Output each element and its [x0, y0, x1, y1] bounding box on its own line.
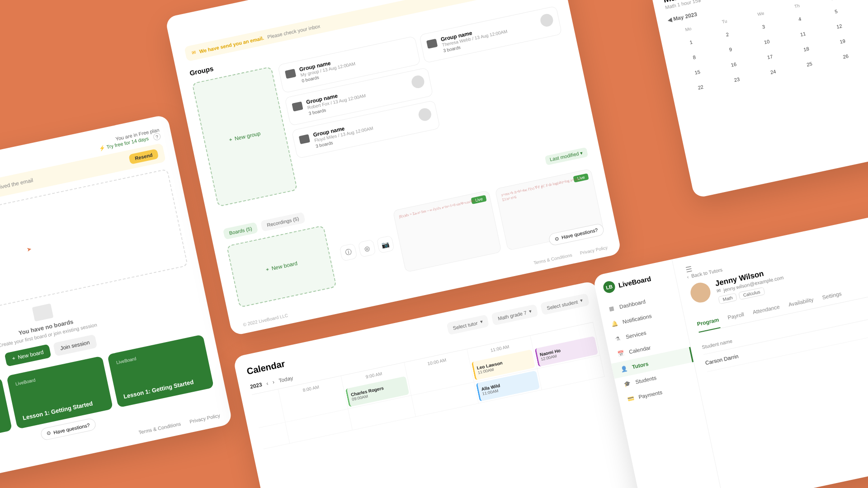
help-icon[interactable]: ? [153, 132, 161, 141]
lesson-card[interactable]: LiveBoard Lesson 1: Getting Started [107, 334, 214, 408]
folder-icon [426, 39, 438, 49]
today-button[interactable]: Today [278, 375, 293, 384]
boards-tab[interactable]: Boards (5) [223, 222, 259, 239]
tab-availability[interactable]: Availability [787, 292, 816, 313]
folder-icon [299, 134, 310, 144]
groups-screen: ⇪ ⋮ ✉ We have send you an email. Please … [165, 0, 622, 336]
resend-button[interactable]: Resend [128, 149, 159, 164]
lesson-card[interactable]: LiveBoard Lesson 1: Getting Started [6, 356, 113, 429]
avatar [410, 74, 425, 89]
nav-icon: 📅 [617, 350, 625, 358]
lesson-detail: Math lesson Math 1 hour 15$ 10:00 ▾ ◀ Ma… [650, 0, 868, 198]
join-session-button[interactable]: Join session [53, 334, 97, 357]
terms-link[interactable]: Terms & Conditions [533, 253, 572, 266]
nav-icon: 🎓 [623, 380, 632, 388]
privacy-link[interactable]: Privacy Policy [189, 413, 220, 424]
new-group-button[interactable]: + New group [192, 66, 297, 207]
nav-icon: ▦ [607, 305, 616, 313]
tab-payroll[interactable]: Payroll [726, 307, 745, 326]
privacy-link[interactable]: Privacy Policy [580, 245, 608, 256]
folder-icon [292, 102, 303, 112]
avatar [417, 107, 432, 122]
calendar-day[interactable]: 6 [853, 0, 868, 14]
period-label: 2023 [250, 381, 263, 390]
prev-button[interactable]: ‹ [266, 380, 269, 387]
nav-icon: 💳 [627, 394, 635, 403]
board-icon [32, 304, 54, 322]
tab-settings[interactable]: Settings [821, 286, 843, 306]
copyright: © 2022 LiveBoard LLC [243, 313, 288, 327]
avatar [539, 13, 554, 28]
subject-tag: Calculus [738, 287, 765, 300]
info-icon[interactable]: ⓘ [339, 243, 357, 261]
folder-icon [285, 69, 296, 79]
tab-attendance[interactable]: Attendance [751, 299, 782, 321]
subject-tag: Math [718, 293, 737, 304]
terms-link[interactable]: Terms & Conditions [138, 421, 181, 436]
mail-icon: ✉ [191, 49, 197, 56]
next-button[interactable]: › [272, 379, 275, 385]
tutor-filter[interactable]: Select tutor ▾ [446, 314, 489, 335]
camera-icon[interactable]: 📷 [377, 235, 395, 253]
student-filter[interactable]: Select student ▾ [540, 293, 590, 315]
page-title: Calendar [246, 359, 286, 377]
tutor-profile-screen: LB LiveBoard ▦Dashboard🔔Notifications⚗Se… [593, 199, 868, 488]
sort-dropdown[interactable]: Last modified ▾ [544, 147, 588, 165]
cursor-icon: ➤ [26, 245, 33, 253]
instagram-icon[interactable]: ◎ [358, 239, 376, 257]
new-board-button[interactable]: + New board [5, 344, 51, 366]
subject-filter[interactable]: Math grade 7 ▾ [491, 304, 538, 325]
nav-icon: 👤 [620, 365, 628, 373]
tutor-avatar [689, 281, 712, 304]
nav-icon: ⚗ [613, 334, 622, 343]
board-thumbnail[interactable]: Live ∫f(x)dx = Σaₙxⁿ lim→∞ ∂y/∂x e^iπ+1=… [392, 190, 501, 272]
nav-icon: 🔔 [610, 319, 619, 328]
mail-icon: ✉ [716, 287, 722, 294]
recordings-tab[interactable]: Recordings (5) [260, 212, 305, 231]
schedule-grid: 8:00 AM 9:00 AM 10:00 AM 11:00 AM Charle… [252, 322, 605, 449]
tab-program[interactable]: Program [695, 312, 721, 333]
logo-icon: LB [602, 280, 616, 294]
new-board-button[interactable]: + New board [226, 225, 337, 308]
